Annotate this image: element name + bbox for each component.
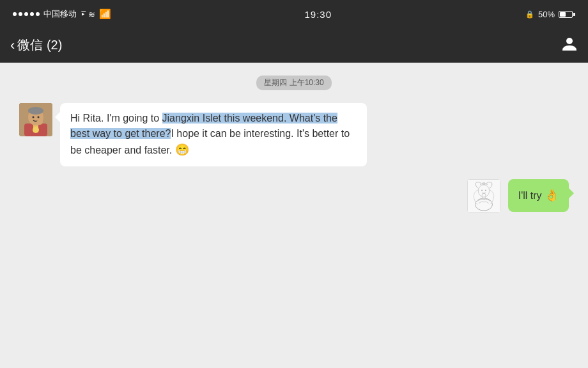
timestamp-row: 星期四 上午10:30 — [19, 76, 569, 90]
wifi-symbol: 📶 — [99, 8, 111, 20]
avatar-image — [19, 103, 52, 136]
svg-point-7 — [33, 116, 35, 118]
svg-point-8 — [38, 116, 40, 118]
lock-icon: 🔒 — [525, 10, 534, 19]
avatar-incoming — [19, 103, 52, 136]
bubble-wrapper-incoming: Hi Rita. I'm going to Jiangxin Islet thi… — [60, 103, 367, 166]
wifi-icon: ‣̅ ≋ — [81, 10, 95, 19]
nav-bar: ‹ 微信 (2) — [0, 28, 588, 63]
message-row: Hi Rita. I'm going to Jiangxin Islet thi… — [19, 103, 569, 166]
svg-point-6 — [28, 107, 43, 115]
chat-area: 星期四 上午10:30 — [0, 63, 588, 368]
outgoing-text: I'll try — [518, 190, 545, 201]
avatar-outgoing — [467, 179, 500, 212]
bubble-wrapper-outgoing: I'll try 👌 — [508, 179, 569, 212]
svg-point-0 — [566, 38, 573, 44]
battery-icon — [559, 11, 575, 18]
signal-icon — [13, 12, 40, 16]
outgoing-bubble: I'll try 👌 — [508, 179, 569, 212]
nav-title: 微信 (2) — [17, 36, 62, 54]
svg-point-9 — [36, 120, 43, 125]
battery-percent: 50% — [538, 10, 555, 19]
emoji-ok: 👌 — [545, 189, 559, 202]
status-left: 中国移动 ‣̅ ≋ 📶 — [13, 8, 111, 20]
incoming-bubble: Hi Rita. I'm going to Jiangxin Islet thi… — [60, 103, 367, 166]
outgoing-message-row: I'll try 👌 — [19, 179, 569, 212]
status-time: 19:30 — [305, 9, 332, 20]
emoji-grin: 😁 — [175, 143, 189, 156]
profile-icon[interactable] — [561, 35, 578, 56]
back-arrow: ‹ — [10, 38, 15, 52]
highlighted-text: Jiangxin Islet this weekend. What's the … — [70, 113, 337, 139]
svg-point-4 — [33, 127, 39, 133]
carrier-label: 中国移动 — [43, 8, 77, 20]
svg-point-14 — [481, 189, 483, 191]
status-bar: 中国移动 ‣̅ ≋ 📶 19:30 🔒 50% — [0, 0, 588, 28]
timestamp-badge: 星期四 上午10:30 — [256, 76, 331, 90]
svg-point-15 — [485, 189, 486, 191]
back-button[interactable]: ‹ 微信 (2) — [10, 36, 62, 54]
status-right: 🔒 50% — [525, 10, 575, 19]
